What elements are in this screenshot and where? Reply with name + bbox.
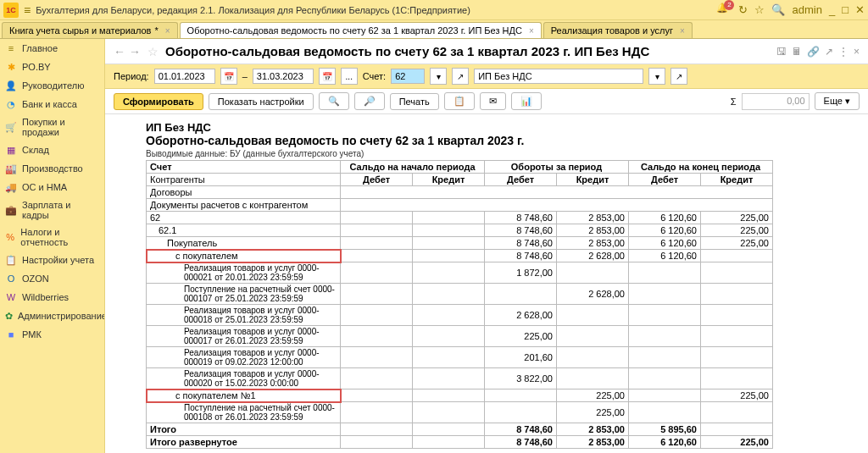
period-label: Период: — [114, 71, 149, 81]
sidebar-item-8[interactable]: 💼Зарплата и кадры — [0, 196, 104, 224]
sum-value: 0,00 — [742, 93, 810, 110]
show-settings-button[interactable]: Показать настройки — [209, 93, 314, 110]
tab-close-icon[interactable]: × — [165, 26, 170, 36]
col-group: Обороты за период — [485, 161, 629, 174]
burger-icon[interactable]: ≡ — [24, 3, 31, 17]
sidebar-item-13[interactable]: ✿Администрирование — [0, 307, 104, 325]
col-account: Счет — [147, 161, 341, 174]
more-icon[interactable]: ⋮ — [838, 46, 849, 58]
date-from-input[interactable] — [154, 69, 215, 84]
sidebar-item-0[interactable]: ≡Главное — [0, 39, 104, 58]
sidebar-item-12[interactable]: WWildberries — [0, 288, 104, 307]
sidebar-item-10[interactable]: 📋Настройки учета — [0, 251, 104, 269]
org-open-icon[interactable]: ↗ — [670, 68, 687, 85]
subcol: Дебет — [629, 174, 701, 186]
dash: – — [242, 71, 248, 81]
nav-label: Администрирование — [18, 311, 105, 321]
nav-icon: 👤 — [5, 80, 17, 91]
nav-icon: O — [5, 273, 17, 285]
table-row[interactable]: Покупатель8 748,602 853,006 120,60225,00 — [147, 237, 773, 250]
action-bar: Сформировать Показать настройки 🔍 🔎 Печа… — [105, 89, 868, 114]
sidebar-item-1[interactable]: ✱PO.BY — [0, 58, 104, 76]
doc-title: Оборотно-сальдовая ведомость по счету 62… — [165, 44, 770, 58]
more-button[interactable]: Еще ▾ — [815, 92, 860, 110]
history-icon[interactable]: ↻ — [738, 3, 748, 16]
user-label[interactable]: admin — [792, 3, 821, 16]
link-icon[interactable]: 🔗 — [807, 46, 820, 58]
table-row[interactable]: с покупателем №1225,00225,00 — [147, 389, 773, 402]
forward-icon[interactable]: → — [129, 45, 141, 58]
table-row[interactable]: Реализация товаров и услуг 0000-000020 о… — [147, 368, 773, 389]
nav-label: Покупки и продажи — [22, 117, 99, 137]
minimize-icon[interactable]: _ — [829, 3, 835, 16]
table-row[interactable]: 628 748,602 853,006 120,60225,00 — [147, 212, 773, 224]
sidebar-item-11[interactable]: OOZON — [0, 269, 104, 288]
tab-0[interactable]: Книга учета сырья и материалов*× — [2, 22, 178, 38]
calendar-from-icon[interactable]: 📅 — [220, 68, 237, 85]
table-row[interactable]: 62.18 748,602 853,006 120,60225,00 — [147, 224, 773, 237]
print-button[interactable]: Печать — [390, 93, 439, 110]
org-input[interactable] — [474, 69, 643, 84]
tab-close-icon[interactable]: × — [529, 26, 534, 36]
export-excel-button[interactable]: 📊 — [511, 92, 542, 110]
account-dropdown-icon[interactable]: ▾ — [430, 68, 447, 85]
table-row[interactable]: Реализация товаров и услуг 0000-000021 о… — [147, 262, 773, 284]
table-row[interactable]: Реализация товаров и услуг 0000-000018 о… — [147, 305, 773, 326]
nav-icon: ■ — [5, 329, 17, 340]
sidebar-item-5[interactable]: ▦Склад — [0, 141, 104, 159]
star-icon[interactable]: ☆ — [754, 3, 765, 16]
calendar-to-icon[interactable]: 📅 — [319, 68, 336, 85]
total-row: Итого8 748,602 853,005 895,60 — [147, 423, 773, 436]
account-input[interactable] — [391, 69, 425, 84]
tab-2[interactable]: Реализация товаров и услуг× — [543, 22, 693, 38]
favorite-icon[interactable]: ☆ — [147, 45, 159, 58]
sidebar-item-9[interactable]: %Налоги и отчетность — [0, 224, 104, 251]
row-counterparties: Контрагенты — [147, 174, 341, 186]
period-picker-icon[interactable]: ... — [341, 68, 358, 85]
maximize-icon[interactable]: □ — [842, 3, 849, 16]
nav-label: Руководителю — [22, 80, 84, 91]
close-doc-icon[interactable]: × — [854, 46, 860, 58]
nav-icon: ◔ — [5, 98, 17, 110]
table-row[interactable]: Поступление на расчетный счет 0000-00010… — [147, 284, 773, 305]
account-open-icon[interactable]: ↗ — [452, 68, 469, 85]
close-icon[interactable]: ✕ — [855, 3, 865, 16]
nav-icon: ✱ — [5, 61, 17, 73]
sidebar-item-6[interactable]: 🏭Производство — [0, 159, 104, 178]
table-row[interactable]: Поступление на расчетный счет 0000-00010… — [147, 402, 773, 423]
sidebar-item-3[interactable]: ◔Банк и касса — [0, 95, 104, 113]
content: ←→ ☆ Оборотно-сальдовая ведомость по сче… — [105, 39, 868, 453]
tab-close-icon[interactable]: × — [680, 26, 685, 36]
tab-1[interactable]: Оборотно-сальдовая ведомость по счету 62… — [180, 22, 542, 38]
sidebar-item-4[interactable]: 🛒Покупки и продажи — [0, 113, 104, 141]
calc-icon[interactable]: 🖩 — [792, 46, 802, 58]
register-button[interactable]: 📋 — [444, 92, 475, 110]
sidebar-item-7[interactable]: 🚚ОС и НМА — [0, 178, 104, 196]
back-icon[interactable]: ← — [114, 45, 125, 58]
sidebar-item-14[interactable]: ■РМК — [0, 325, 104, 344]
find-next-button[interactable]: 🔎 — [354, 92, 385, 110]
nav-label: Wildberries — [22, 292, 69, 302]
sidebar-item-2[interactable]: 👤Руководителю — [0, 76, 104, 95]
app-logo: 1C — [3, 3, 19, 18]
form-button[interactable]: Сформировать — [114, 93, 203, 110]
date-to-input[interactable] — [253, 69, 314, 84]
table-row[interactable]: Реализация товаров и услуг 0000-000019 о… — [147, 347, 773, 368]
col-group: Сальдо на конец периода — [629, 161, 773, 174]
email-button[interactable]: ✉ — [480, 92, 506, 110]
export-icon[interactable]: ↗ — [825, 46, 833, 58]
org-dropdown-icon[interactable]: ▾ — [648, 68, 665, 85]
table-row[interactable]: с покупателем8 748,602 628,006 120,60 — [147, 250, 773, 262]
total-row: Итого развернутое8 748,602 853,006 120,6… — [147, 436, 773, 449]
save-icon[interactable]: 🖫 — [776, 46, 787, 58]
period-bar: Период: 📅 – 📅 ... Счет: ▾ ↗ ▾ ↗ — [105, 64, 868, 89]
find-button[interactable]: 🔍 — [319, 92, 349, 110]
notifications-icon[interactable]: 🔔2 — [716, 3, 732, 18]
window-title: Бухгалтерия для Беларуси, редакция 2.1. … — [36, 5, 716, 15]
nav-icon: 🏭 — [5, 163, 17, 174]
subcol: Кредит — [701, 174, 773, 186]
table-row[interactable]: Реализация товаров и услуг 0000-000017 о… — [147, 326, 773, 347]
report-table: СчетСальдо на начало периодаОбороты за п… — [146, 160, 773, 449]
report-meta: Выводимые данные: БУ (данные бухгалтерск… — [146, 149, 868, 158]
search-icon[interactable]: 🔍 — [771, 3, 785, 16]
